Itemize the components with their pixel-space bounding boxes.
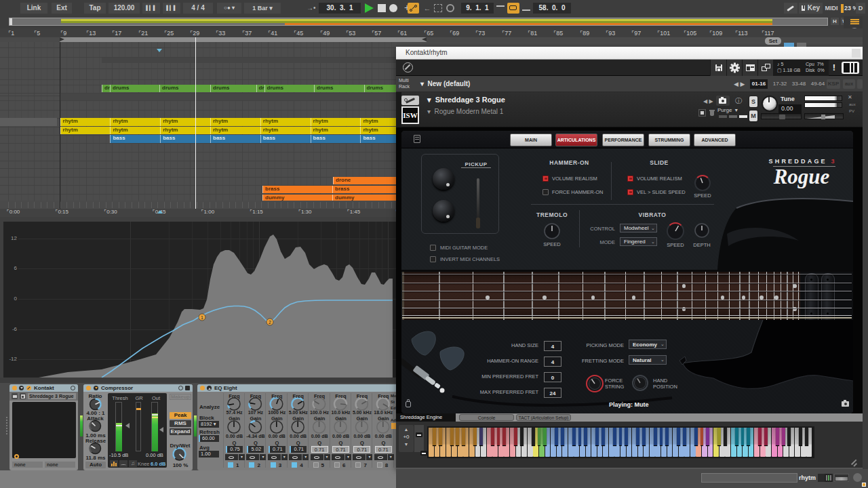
svg-text:2: 2 <box>269 320 271 325</box>
svg-text:1: 1 <box>201 315 203 320</box>
